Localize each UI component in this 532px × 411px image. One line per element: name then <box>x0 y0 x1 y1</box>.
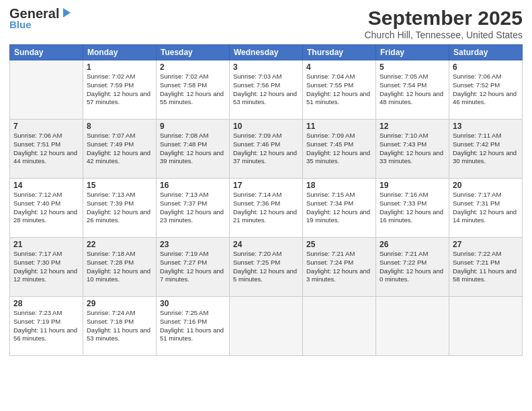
calendar-cell-4-1: 21Sunrise: 7:17 AMSunset: 7:30 PMDayligh… <box>10 238 83 297</box>
day-info: Sunrise: 7:06 AMSunset: 7:52 PMDaylight:… <box>453 73 519 107</box>
weekday-header-wednesday: Wednesday <box>230 45 303 60</box>
calendar-cell-5-4 <box>230 297 303 356</box>
weekday-header-thursday: Thursday <box>303 45 376 60</box>
calendar-cell-1-5: 4Sunrise: 7:04 AMSunset: 7:55 PMDaylight… <box>303 60 376 120</box>
calendar-week-4: 21Sunrise: 7:17 AMSunset: 7:30 PMDayligh… <box>10 238 523 297</box>
day-number: 16 <box>160 181 226 190</box>
day-number: 5 <box>380 62 445 72</box>
day-info: Sunrise: 7:20 AMSunset: 7:25 PMDaylight:… <box>233 250 299 284</box>
calendar-cell-5-5 <box>303 297 376 356</box>
day-number: 12 <box>380 122 445 131</box>
calendar-cell-1-4: 3Sunrise: 7:03 AMSunset: 7:56 PMDaylight… <box>230 60 303 120</box>
day-number: 23 <box>160 240 226 249</box>
day-number: 28 <box>13 299 79 308</box>
calendar-cell-4-3: 23Sunrise: 7:19 AMSunset: 7:27 PMDayligh… <box>157 238 230 297</box>
weekday-header-tuesday: Tuesday <box>157 45 230 60</box>
calendar-table: SundayMondayTuesdayWednesdayThursdayFrid… <box>9 44 523 356</box>
calendar-cell-5-7 <box>449 297 523 356</box>
day-number: 18 <box>306 181 372 190</box>
calendar-cell-1-1 <box>10 60 83 120</box>
location-title: Church Hill, Tennessee, United States <box>364 30 523 40</box>
calendar-cell-3-2: 15Sunrise: 7:13 AMSunset: 7:39 PMDayligh… <box>83 179 157 238</box>
day-info: Sunrise: 7:08 AMSunset: 7:48 PMDaylight:… <box>160 132 226 166</box>
day-info: Sunrise: 7:25 AMSunset: 7:16 PMDaylight:… <box>160 309 226 343</box>
calendar-cell-5-2: 29Sunrise: 7:24 AMSunset: 7:18 PMDayligh… <box>83 297 157 356</box>
day-info: Sunrise: 7:13 AMSunset: 7:37 PMDaylight:… <box>160 191 226 225</box>
day-number: 4 <box>306 62 372 72</box>
day-number: 30 <box>160 299 226 308</box>
calendar-cell-5-3: 30Sunrise: 7:25 AMSunset: 7:16 PMDayligh… <box>157 297 230 356</box>
day-info: Sunrise: 7:09 AMSunset: 7:45 PMDaylight:… <box>306 132 372 166</box>
day-info: Sunrise: 7:19 AMSunset: 7:27 PMDaylight:… <box>160 250 226 284</box>
calendar-week-1: 1Sunrise: 7:02 AMSunset: 7:59 PMDaylight… <box>10 60 523 120</box>
title-block: September 2025 Church Hill, Tennessee, U… <box>364 7 523 40</box>
calendar-week-2: 7Sunrise: 7:06 AMSunset: 7:51 PMDaylight… <box>10 120 523 179</box>
day-info: Sunrise: 7:10 AMSunset: 7:43 PMDaylight:… <box>380 132 445 166</box>
weekday-header-monday: Monday <box>83 45 157 60</box>
calendar-cell-1-2: 1Sunrise: 7:02 AMSunset: 7:59 PMDaylight… <box>83 60 157 120</box>
day-number: 21 <box>13 240 79 249</box>
day-number: 2 <box>160 62 226 72</box>
day-number: 8 <box>87 122 152 131</box>
calendar-cell-3-6: 19Sunrise: 7:16 AMSunset: 7:33 PMDayligh… <box>376 179 449 238</box>
calendar-week-3: 14Sunrise: 7:12 AMSunset: 7:40 PMDayligh… <box>10 179 523 238</box>
day-info: Sunrise: 7:07 AMSunset: 7:49 PMDaylight:… <box>87 132 152 166</box>
day-info: Sunrise: 7:09 AMSunset: 7:46 PMDaylight:… <box>233 132 299 166</box>
day-info: Sunrise: 7:24 AMSunset: 7:18 PMDaylight:… <box>87 309 152 343</box>
day-number: 7 <box>13 122 79 131</box>
day-info: Sunrise: 7:02 AMSunset: 7:58 PMDaylight:… <box>160 73 226 107</box>
logo: General Blue <box>9 7 72 30</box>
day-number: 14 <box>13 181 79 190</box>
day-number: 17 <box>233 181 299 190</box>
day-info: Sunrise: 7:18 AMSunset: 7:28 PMDaylight:… <box>87 250 152 284</box>
day-number: 29 <box>87 299 152 308</box>
day-info: Sunrise: 7:22 AMSunset: 7:21 PMDaylight:… <box>453 250 519 284</box>
day-info: Sunrise: 7:06 AMSunset: 7:51 PMDaylight:… <box>13 132 79 166</box>
calendar-cell-2-5: 11Sunrise: 7:09 AMSunset: 7:45 PMDayligh… <box>303 120 376 179</box>
day-number: 24 <box>233 240 299 249</box>
day-info: Sunrise: 7:17 AMSunset: 7:30 PMDaylight:… <box>13 250 79 284</box>
day-number: 15 <box>87 181 152 190</box>
calendar-cell-3-4: 17Sunrise: 7:14 AMSunset: 7:36 PMDayligh… <box>230 179 303 238</box>
day-info: Sunrise: 7:15 AMSunset: 7:34 PMDaylight:… <box>306 191 372 225</box>
calendar-cell-3-7: 20Sunrise: 7:17 AMSunset: 7:31 PMDayligh… <box>449 179 523 238</box>
logo-general: General <box>9 7 59 20</box>
day-info: Sunrise: 7:02 AMSunset: 7:59 PMDaylight:… <box>87 73 152 107</box>
calendar-cell-2-3: 9Sunrise: 7:08 AMSunset: 7:48 PMDaylight… <box>157 120 230 179</box>
day-info: Sunrise: 7:14 AMSunset: 7:36 PMDaylight:… <box>233 191 299 225</box>
calendar-cell-2-6: 12Sunrise: 7:10 AMSunset: 7:43 PMDayligh… <box>376 120 449 179</box>
day-info: Sunrise: 7:11 AMSunset: 7:42 PMDaylight:… <box>453 132 519 166</box>
day-info: Sunrise: 7:21 AMSunset: 7:24 PMDaylight:… <box>306 250 372 284</box>
calendar-cell-4-4: 24Sunrise: 7:20 AMSunset: 7:25 PMDayligh… <box>230 238 303 297</box>
day-number: 1 <box>87 62 152 72</box>
weekday-header-sunday: Sunday <box>10 45 83 60</box>
day-info: Sunrise: 7:04 AMSunset: 7:55 PMDaylight:… <box>306 73 372 107</box>
month-title: September 2025 <box>364 7 523 30</box>
day-info: Sunrise: 7:13 AMSunset: 7:39 PMDaylight:… <box>87 191 152 225</box>
calendar-cell-4-6: 26Sunrise: 7:21 AMSunset: 7:22 PMDayligh… <box>376 238 449 297</box>
day-number: 20 <box>453 181 519 190</box>
weekday-header-saturday: Saturday <box>449 45 523 60</box>
calendar-cell-2-4: 10Sunrise: 7:09 AMSunset: 7:46 PMDayligh… <box>230 120 303 179</box>
svg-marker-0 <box>63 8 71 17</box>
day-info: Sunrise: 7:21 AMSunset: 7:22 PMDaylight:… <box>380 250 445 284</box>
day-number: 10 <box>233 122 299 131</box>
calendar-cell-5-1: 28Sunrise: 7:23 AMSunset: 7:19 PMDayligh… <box>10 297 83 356</box>
day-info: Sunrise: 7:16 AMSunset: 7:33 PMDaylight:… <box>380 191 445 225</box>
logo-icon <box>60 7 72 19</box>
calendar-cell-2-7: 13Sunrise: 7:11 AMSunset: 7:42 PMDayligh… <box>449 120 523 179</box>
day-number: 27 <box>453 240 519 249</box>
weekday-header-friday: Friday <box>376 45 449 60</box>
calendar-cell-5-6 <box>376 297 449 356</box>
day-number: 3 <box>233 62 299 72</box>
day-info: Sunrise: 7:05 AMSunset: 7:54 PMDaylight:… <box>380 73 445 107</box>
calendar-cell-1-3: 2Sunrise: 7:02 AMSunset: 7:58 PMDaylight… <box>157 60 230 120</box>
calendar-cell-1-6: 5Sunrise: 7:05 AMSunset: 7:54 PMDaylight… <box>376 60 449 120</box>
day-info: Sunrise: 7:03 AMSunset: 7:56 PMDaylight:… <box>233 73 299 107</box>
day-info: Sunrise: 7:12 AMSunset: 7:40 PMDaylight:… <box>13 191 79 225</box>
day-number: 22 <box>87 240 152 249</box>
day-info: Sunrise: 7:17 AMSunset: 7:31 PMDaylight:… <box>453 191 519 225</box>
day-number: 9 <box>160 122 226 131</box>
header: General Blue September 2025 Church Hill,… <box>9 7 523 40</box>
calendar-cell-2-2: 8Sunrise: 7:07 AMSunset: 7:49 PMDaylight… <box>83 120 157 179</box>
